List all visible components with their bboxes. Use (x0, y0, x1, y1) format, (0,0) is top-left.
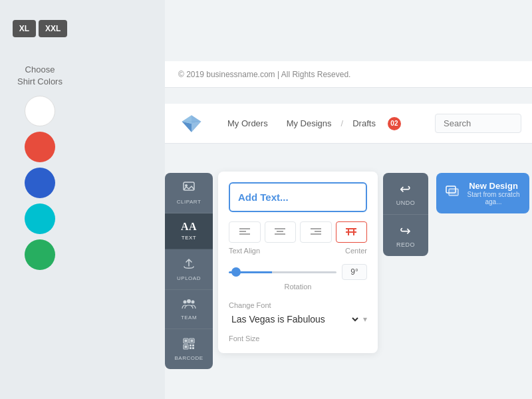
svg-rect-18 (190, 347, 192, 349)
new-design-subtitle: Start from scratch aga... (467, 191, 520, 205)
color-swatch-cyan[interactable] (25, 203, 55, 234)
nav-links: My Orders My Designs / Drafts 02 (218, 117, 435, 130)
redo-button[interactable]: ↪ REDO (383, 215, 428, 256)
align-labels: Text Align Center (229, 247, 367, 255)
svg-rect-34 (449, 189, 458, 196)
chevron-down-icon: ▾ (363, 315, 367, 324)
font-size-label: Font Size (229, 334, 367, 342)
tool-team[interactable]: TEAM (165, 290, 213, 329)
undo-redo-panel: ↩ UNDO ↪ REDO (383, 173, 428, 256)
nav-search (435, 114, 521, 133)
size-xl-button[interactable]: XL (13, 20, 36, 37)
editor-panel: Add Text... (218, 172, 378, 353)
upload-icon (182, 257, 196, 273)
rotation-section: 9° Rotation (229, 264, 367, 291)
nav-drafts[interactable]: Drafts (343, 118, 385, 128)
change-font-label: Change Font (229, 301, 367, 309)
svg-point-7 (187, 299, 191, 303)
diamond-icon (181, 113, 202, 134)
size-buttons: XL XXL (13, 20, 68, 37)
clipart-icon (182, 181, 196, 196)
undo-button[interactable]: ↩ UNDO (383, 173, 428, 215)
text-align-section: Text Align Center (229, 221, 367, 255)
align-right-button[interactable] (300, 221, 332, 243)
color-swatch-red[interactable] (25, 132, 55, 162)
text-align-label: Text Align (229, 247, 260, 255)
upload-label: UPLOAD (177, 275, 201, 281)
color-swatch-white[interactable] (25, 96, 55, 126)
align-justify-button[interactable] (336, 221, 368, 243)
new-design-button[interactable]: New Design Start from scratch aga... (436, 173, 529, 213)
svg-rect-13 (191, 340, 194, 342)
nav-my-orders[interactable]: My Orders (218, 118, 277, 128)
svg-rect-19 (192, 347, 194, 349)
nav-logo (176, 113, 207, 134)
svg-rect-17 (192, 344, 194, 346)
size-xxl-button[interactable]: XXL (39, 20, 67, 37)
rotation-slider[interactable] (229, 271, 336, 273)
search-input[interactable] (435, 114, 521, 133)
rotation-value: 9° (342, 264, 367, 280)
barcode-label: BARCODE (174, 355, 203, 361)
svg-point-8 (184, 301, 187, 304)
tool-clipart[interactable]: CLIPART (165, 173, 213, 213)
left-panel: XL XXL Choose Shirt Colors (0, 0, 80, 399)
change-font-section: Change Font Las Vegas is Fabulous ▾ (229, 301, 367, 325)
align-buttons (229, 221, 367, 243)
footer-bar: © 2019 businessname.com | All Rights Res… (165, 61, 532, 88)
undo-label: UNDO (396, 200, 416, 206)
undo-icon: ↩ (400, 181, 412, 197)
text-label: TEXT (182, 235, 196, 241)
new-design-icon (446, 184, 460, 202)
svg-rect-16 (190, 344, 192, 346)
tool-text[interactable]: Aa TEXT (165, 213, 213, 249)
drafts-badge: 02 (388, 117, 401, 130)
nav-bar: My Orders My Designs / Drafts 02 (165, 104, 532, 144)
font-select[interactable]: Las Vegas is Fabulous (229, 313, 360, 325)
rotation-label: Rotation (229, 283, 367, 291)
add-text-button[interactable]: Add Text... (229, 182, 367, 212)
svg-rect-11 (185, 340, 188, 342)
color-swatches (25, 96, 55, 270)
text-icon: Aa (181, 221, 197, 232)
align-left-button[interactable] (229, 221, 261, 243)
new-design-title: New Design (467, 181, 520, 191)
choose-colors-label: Choose Shirt Colors (17, 64, 63, 88)
svg-point-9 (192, 301, 195, 304)
team-label: TEAM (181, 315, 197, 321)
font-select-row: Las Vegas is Fabulous ▾ (229, 313, 367, 325)
color-swatch-blue[interactable] (25, 168, 55, 198)
footer-copyright: © 2019 businessname.com | All Rights Res… (178, 70, 350, 79)
barcode-icon (182, 337, 196, 352)
center-label: Center (345, 247, 367, 255)
nav-my-designs[interactable]: My Designs (277, 118, 341, 128)
color-swatch-green[interactable] (25, 239, 55, 270)
svg-rect-15 (185, 346, 188, 348)
tools-panel: CLIPART Aa TEXT UPLOAD TEAM (165, 173, 213, 369)
redo-icon: ↪ (400, 223, 412, 239)
rotation-row: 9° (229, 264, 367, 280)
tool-barcode[interactable]: BARCODE (165, 329, 213, 369)
clipart-label: CLIPART (177, 199, 201, 205)
new-design-text: New Design Start from scratch aga... (467, 181, 520, 205)
redo-label: REDO (396, 241, 415, 248)
team-icon (182, 298, 196, 312)
align-center-button[interactable] (265, 221, 297, 243)
tool-upload[interactable]: UPLOAD (165, 249, 213, 290)
